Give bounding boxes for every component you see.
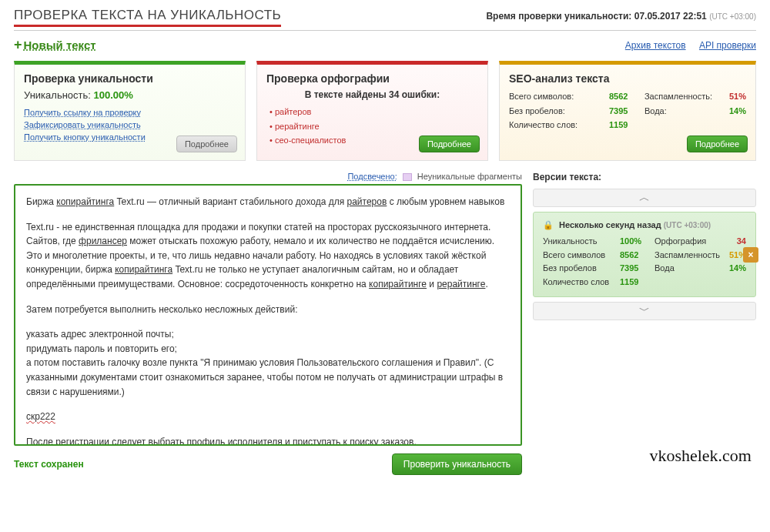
version-close-button[interactable]: × <box>743 247 758 263</box>
saved-status: Текст сохранен <box>14 459 84 470</box>
get-check-link[interactable]: Получить ссылку на проверку <box>24 108 141 117</box>
uniqueness-title: Проверка уникальности <box>24 72 236 85</box>
uniqueness-label: Уникальность: <box>24 89 91 101</box>
check-uniqueness-button[interactable]: Проверить уникальность <box>392 453 522 475</box>
chevron-up-icon: ︿ <box>639 191 650 203</box>
lock-icon: 🔒 <box>543 220 554 229</box>
seo-title: SEO-анализ текста <box>509 72 746 85</box>
uniqueness-panel: Проверка уникальности Уникальность: 100.… <box>14 61 246 161</box>
versions-title: Версии текста: <box>533 172 756 182</box>
archive-link[interactable]: Архив текстов <box>625 40 686 51</box>
seo-panel: SEO-анализ текста Всего символов:8562Зас… <box>499 61 756 161</box>
seo-more-button[interactable]: Подробнее <box>687 136 748 152</box>
versions-up-button[interactable]: ︿ <box>533 189 756 207</box>
spell-more-button[interactable]: Подробнее <box>419 136 480 152</box>
spelling-title: Проверка орфографии <box>266 72 478 85</box>
highlight-link[interactable]: Подсвечено: <box>347 172 397 181</box>
chevron-down-icon: ﹀ <box>639 304 650 316</box>
check-timestamp: Время проверки уникальности: 07.05.2017 … <box>486 11 756 22</box>
uniq-more-button[interactable]: Подробнее <box>176 136 237 152</box>
text-editor[interactable]: Биржа копирайтинга Text.ru — отличный ва… <box>14 184 522 446</box>
new-text-button[interactable]: +Новый текст <box>14 37 96 53</box>
uniqueness-value: 100.00% <box>94 89 133 101</box>
versions-down-button[interactable]: ﹀ <box>533 302 756 320</box>
api-link[interactable]: API проверки <box>699 40 756 51</box>
swatch-icon <box>403 173 412 181</box>
legend: Подсвечено: Неуникальные фрагменты <box>14 172 522 181</box>
fix-uniqueness-link[interactable]: Зафиксировать уникальность <box>24 120 141 129</box>
legend-label: Неуникальные фрагменты <box>417 172 522 181</box>
spelling-subtitle: В тексте найдены 34 ошибки: <box>266 89 478 100</box>
spelling-panel: Проверка орфографии В тексте найдены 34 … <box>256 61 488 161</box>
page-title: ПРОВЕРКА ТЕКСТА НА УНИКАЛЬНОСТЬ <box>14 8 281 27</box>
get-button-link[interactable]: Получить кнопку уникальности <box>24 132 146 142</box>
version-card[interactable]: 🔒 Несколько секунд назад (UTC +03:00) Ун… <box>533 212 756 297</box>
plus-icon: + <box>14 37 22 52</box>
